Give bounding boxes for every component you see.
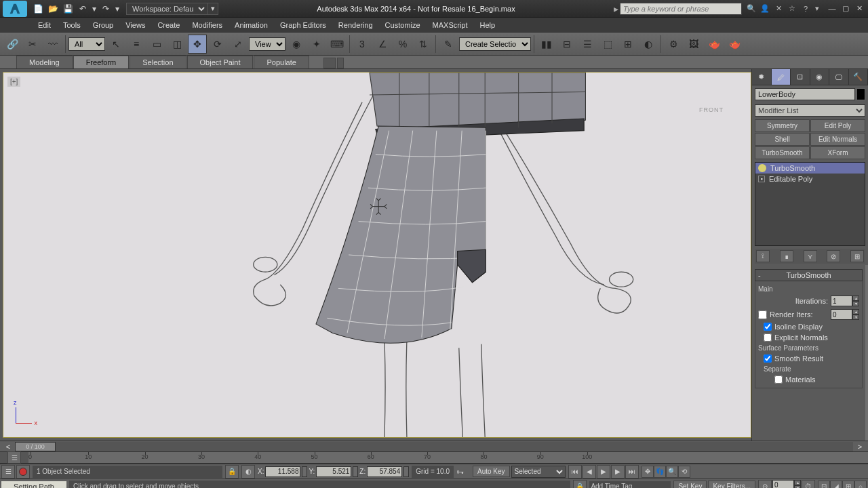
pivot-center-icon[interactable]: ◉ — [287, 35, 306, 54]
nav-zoom-ext-icon[interactable]: ⌕ — [854, 481, 867, 489]
nav-zoom-icon[interactable]: 🔍 — [666, 466, 678, 478]
menu-rendering[interactable]: Rendering — [333, 19, 378, 31]
align-icon[interactable]: ⊟ — [557, 35, 576, 54]
select-rotate-icon[interactable]: ⟳ — [208, 35, 227, 54]
help-drop-icon[interactable]: ▾ — [814, 3, 821, 14]
time-tag[interactable]: Add Time Tag — [589, 481, 671, 488]
percent-snap-icon[interactable]: % — [393, 35, 412, 54]
maxscript-mini-icon[interactable]: ☰ — [1, 465, 15, 479]
utilities-tab-icon[interactable]: 🔨 — [849, 69, 869, 85]
ribbon-drop-icon[interactable] — [337, 58, 344, 68]
material-editor-icon[interactable]: ◐ — [639, 35, 658, 54]
mod-shell[interactable]: Shell — [755, 133, 810, 146]
snap-3d-icon[interactable]: 3 — [353, 35, 372, 54]
configure-sets-icon[interactable]: ⊞ — [850, 250, 864, 262]
explicit-normals-check[interactable] — [764, 333, 772, 342]
lock-selection-icon[interactable]: 🔒 — [225, 465, 239, 479]
time-next-icon[interactable]: > — [856, 443, 864, 451]
menu-create[interactable]: Create — [152, 19, 185, 31]
prev-frame-icon[interactable]: ◀ — [583, 465, 596, 479]
object-name-input[interactable] — [755, 88, 855, 100]
auto-key-button[interactable]: Auto Key — [473, 466, 510, 477]
spin-down-icon[interactable]: ▾ — [852, 314, 859, 320]
modifier-list-dropdown[interactable]: Modifier List — [755, 104, 865, 117]
stack-item-editable-poly[interactable]: ▪ Editable Poly — [755, 174, 865, 184]
motion-tab-icon[interactable]: ◉ — [810, 69, 830, 85]
save-icon[interactable]: 💾 — [61, 2, 75, 16]
window-crossing-icon[interactable]: ◫ — [167, 35, 186, 54]
select-move-icon[interactable]: ✥ — [188, 35, 207, 54]
menu-graph-editors[interactable]: Graph Editors — [275, 19, 332, 31]
tab-freeform[interactable]: Freeform — [73, 56, 130, 68]
trackbar-toggle-icon[interactable]: ☰ — [7, 451, 21, 464]
spin-up-icon[interactable]: ▴ — [852, 296, 859, 301]
spin-up-icon[interactable]: ▴ — [794, 480, 801, 485]
select-by-name-icon[interactable]: ≡ — [127, 35, 146, 54]
menu-group[interactable]: Group — [87, 19, 119, 31]
display-tab-icon[interactable]: 🖵 — [829, 69, 849, 85]
link-icon[interactable]: 🔗 — [3, 35, 22, 54]
set-key-button[interactable]: Set Key — [673, 481, 707, 488]
unlink-icon[interactable]: ✂ — [23, 35, 42, 54]
time-ruler[interactable]: 0 10 20 30 40 50 60 70 80 90 100 — [28, 452, 593, 463]
panel-scroll[interactable] — [865, 265, 868, 441]
manipulate-icon[interactable]: ✦ — [307, 35, 326, 54]
coord-z-input[interactable] — [367, 466, 402, 477]
stack-item-turbosmooth[interactable]: TurboSmooth — [755, 163, 865, 174]
spin-up-icon[interactable]: ▴ — [852, 309, 859, 314]
mod-edit-poly[interactable]: Edit Poly — [810, 119, 865, 132]
menu-modifiers[interactable]: Modifiers — [186, 19, 228, 31]
key-mode-icon[interactable]: 🗝 — [456, 468, 470, 476]
redo-drop-icon[interactable]: ▾ — [114, 2, 121, 16]
bind-spacewarp-icon[interactable]: 〰 — [43, 35, 62, 54]
undo-drop-icon[interactable]: ▾ — [91, 2, 98, 16]
minimize-button[interactable]: ― — [826, 3, 838, 14]
help-icon[interactable]: ? — [800, 3, 811, 14]
isoline-check[interactable] — [764, 323, 772, 331]
object-color-swatch[interactable] — [856, 88, 865, 100]
current-frame-input[interactable] — [772, 480, 794, 489]
exchange-icon[interactable]: ✕ — [773, 3, 784, 14]
menu-help[interactable]: Help — [475, 19, 501, 31]
infocenter-search-input[interactable] — [620, 3, 742, 15]
workspace-selector[interactable]: Workspace: Default — [126, 3, 208, 15]
key-mode-toggle-icon[interactable]: ⊙ — [758, 480, 772, 489]
menu-tools[interactable]: Tools — [58, 19, 86, 31]
key-mode-select[interactable]: Selected — [511, 466, 566, 478]
render-iters-input[interactable] — [831, 309, 852, 320]
spinner-snap-icon[interactable]: ⇅ — [414, 35, 433, 54]
goto-start-icon[interactable]: ⏮ — [568, 465, 582, 479]
close-button[interactable]: ✕ — [853, 3, 865, 14]
next-frame-icon[interactable]: ▶ — [611, 465, 625, 479]
layers-icon[interactable]: ☰ — [578, 35, 597, 54]
open-file-icon[interactable]: 📂 — [46, 2, 60, 16]
render-setup-icon[interactable]: ⚙ — [664, 35, 683, 54]
app-logo[interactable] — [3, 1, 27, 17]
hierarchy-tab-icon[interactable]: ⊡ — [791, 69, 810, 85]
nav-zoom-all-icon[interactable]: ⊡ — [818, 481, 830, 489]
bulb-icon[interactable] — [758, 164, 766, 172]
materials-check[interactable] — [774, 375, 783, 384]
rect-region-icon[interactable]: ▭ — [147, 35, 166, 54]
smooth-result-check[interactable] — [764, 354, 772, 363]
modifier-stack[interactable]: TurboSmooth ▪ Editable Poly — [755, 162, 865, 246]
spin-down-icon[interactable]: ▾ — [794, 485, 801, 489]
ribbon-minimize-icon[interactable] — [323, 58, 336, 68]
nav-orbit-icon[interactable]: ⟲ — [678, 466, 690, 478]
curve-editor-icon[interactable]: ⬚ — [598, 35, 617, 54]
render-iterative-icon[interactable]: 🫖 — [725, 35, 744, 54]
ref-coord-system[interactable]: View — [249, 37, 285, 51]
time-slider-handle[interactable]: 0 / 100 — [15, 442, 56, 451]
show-end-result-icon[interactable]: ∎ — [780, 250, 793, 262]
render-production-icon[interactable]: 🫖 — [705, 35, 724, 54]
nav-walk-icon[interactable]: 👣 — [654, 466, 666, 478]
viewport[interactable]: [+] FRONT — [3, 72, 751, 438]
rollout-turbosmooth[interactable]: -TurboSmooth — [755, 269, 863, 281]
mod-xform[interactable]: XForm — [810, 146, 865, 159]
selection-lock-icon[interactable]: 🔒 — [573, 480, 587, 489]
menu-customize[interactable]: Customize — [380, 19, 426, 31]
create-tab-icon[interactable]: ✹ — [752, 69, 772, 85]
isolate-icon[interactable]: ◐ — [241, 465, 255, 479]
signin-icon[interactable]: 👤 — [760, 3, 770, 14]
mod-turbosmooth[interactable]: TurboSmooth — [755, 146, 810, 159]
